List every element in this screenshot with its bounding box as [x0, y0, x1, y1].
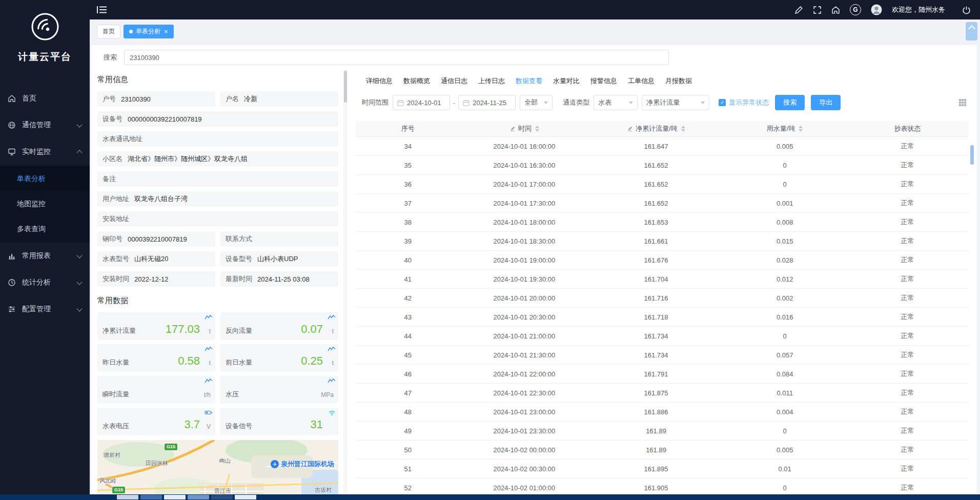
table-cell: 161.676 — [588, 251, 723, 270]
taskbar-window[interactable] — [188, 495, 209, 499]
avatar[interactable] — [871, 4, 882, 15]
table-row[interactable]: 432024-10-01 20:30:00161.7180.016正常 — [356, 308, 969, 327]
abnormal-status-checkbox[interactable]: ✓ 显示异常状态 — [719, 98, 769, 107]
search-input[interactable] — [124, 50, 669, 65]
table-row[interactable]: 492024-10-01 23:30:00161.890正常 — [356, 422, 969, 441]
sidebar-item-multi-meter-query[interactable]: 多表查询 — [0, 216, 90, 242]
scroll-top-button[interactable] — [966, 22, 977, 41]
map-label: 晋江市 — [214, 487, 231, 494]
sidebar-item-comm-mgmt[interactable]: 通信管理 — [0, 112, 90, 138]
table-row[interactable]: 362024-10-01 17:00:00161.6520正常 — [356, 175, 969, 194]
sparkline-icon — [328, 314, 336, 320]
table-cell: 正常 — [846, 251, 969, 270]
tab-home[interactable]: 首页 — [97, 25, 120, 38]
taskbar-window[interactable] — [211, 495, 233, 499]
home-icon[interactable] — [831, 6, 840, 14]
sort-asc-icon[interactable] — [535, 126, 539, 128]
edit-icon[interactable] — [627, 126, 633, 132]
column-header[interactable]: 用水量/吨 — [724, 121, 846, 137]
table-row[interactable]: 422024-10-01 20:00:00161.7160.002正常 — [356, 289, 969, 308]
start-date-input[interactable]: 2024-10-01 — [393, 95, 450, 110]
granularity-select[interactable]: 全部 — [520, 95, 553, 110]
table-row[interactable]: 482024-10-01 23:00:00161.8860.004正常 — [356, 403, 969, 422]
column-header[interactable]: 时间 — [460, 121, 588, 137]
os-taskbar[interactable] — [0, 494, 980, 500]
sort-desc-icon[interactable] — [535, 129, 539, 132]
close-icon[interactable]: × — [164, 28, 168, 35]
table-row[interactable]: 472024-10-01 22:30:00161.8750.011正常 — [356, 384, 969, 403]
table-cell: 40 — [356, 251, 460, 270]
table-row[interactable]: 502024-10-02 00:00:00161.890.005正常 — [356, 441, 969, 459]
tab-workorder-info[interactable]: 工单信息 — [628, 76, 655, 86]
sidebar-item-common-reports[interactable]: 常用报表 — [0, 243, 90, 269]
location-map[interactable]: ✈ 泉州晋江国际机场 G15G15塘新村田园张林峋山风北岭晋江市后林吉坂村 — [97, 440, 338, 494]
column-settings-icon[interactable] — [958, 98, 967, 107]
tab-detail-info[interactable]: 详细信息 — [366, 76, 393, 86]
table-scrollbar-thumb[interactable] — [970, 145, 974, 165]
taskbar-window[interactable] — [117, 495, 138, 499]
tab-single-meter-analysis[interactable]: 单表分析× — [124, 25, 174, 38]
table-row[interactable]: 372024-10-01 17:30:00161.6520.001正常 — [356, 194, 969, 213]
sidebar-item-home[interactable]: 首页 — [0, 85, 90, 112]
sidebar-item-statistic-analysis[interactable]: 统计分析 — [0, 269, 90, 296]
tab-data-overview[interactable]: 数据概览 — [403, 76, 430, 86]
table-row[interactable]: 462024-10-01 22:00:00161.7910.084正常 — [356, 365, 969, 384]
menu-collapse-icon[interactable] — [97, 6, 107, 14]
sort-desc-icon[interactable] — [799, 129, 803, 132]
column-header[interactable]: 序号 — [356, 121, 460, 137]
sort-asc-icon[interactable] — [681, 126, 685, 128]
channel-select[interactable]: 水表 — [594, 95, 638, 110]
table-row[interactable]: 522024-10-02 01:00:00161.9050正常 — [356, 478, 969, 495]
table-row[interactable]: 352024-10-01 16:30:00161.6520正常 — [356, 156, 969, 175]
info-row: 小区名湖北省》随州市》随州城区》双龙寺八组 — [97, 151, 338, 167]
sort-icon[interactable] — [799, 126, 803, 132]
column-header[interactable]: 净累计流量/吨 — [588, 121, 723, 137]
table-row[interactable]: 402024-10-01 19:00:00161.6760.028正常 — [356, 251, 969, 270]
table-row[interactable]: 412024-10-01 19:30:00161.7040.012正常 — [356, 270, 969, 289]
metric-select[interactable]: 净累计流量 — [642, 95, 709, 110]
tab-data-view[interactable]: 数据查看 — [516, 76, 542, 86]
taskbar-window[interactable] — [164, 495, 186, 499]
table-row[interactable]: 342024-10-01 16:00:00161.6470.005正常 — [356, 137, 969, 156]
table-row[interactable]: 442024-10-01 21:00:00161.7340正常 — [356, 327, 969, 346]
scrollbar-thumb[interactable] — [344, 71, 347, 103]
tab-water-compare[interactable]: 水量对比 — [553, 76, 580, 86]
sort-asc-icon[interactable] — [799, 126, 803, 128]
tag-bar: 首页单表分析× — [90, 19, 980, 44]
stat-label: 水压 — [226, 390, 239, 399]
tab-comm-log[interactable]: 通信日志 — [441, 76, 467, 86]
info-field: 最新时间2024-11-25 03:08 — [220, 271, 338, 287]
panel-scrollbar[interactable] — [343, 70, 348, 494]
search-button[interactable]: 搜索 — [775, 95, 805, 110]
table-cell: 2024-10-01 20:00:00 — [460, 289, 588, 308]
table-row[interactable]: 392024-10-01 18:30:00161.6610.015正常 — [356, 232, 969, 251]
stat-card: 设备信号31 — [220, 408, 338, 435]
tab-upload-log[interactable]: 上传日志 — [478, 76, 505, 86]
edit-pen-icon[interactable] — [794, 6, 803, 14]
sidebar-item-realtime-monitor[interactable]: 实时监控 — [0, 138, 90, 165]
table-row[interactable]: 512024-10-02 00:30:00161.8950.01正常 — [356, 459, 969, 478]
config-icon — [8, 305, 17, 313]
g-logo-icon[interactable]: G — [850, 4, 861, 15]
table-row[interactable]: 382024-10-01 18:00:00161.6530.008正常 — [356, 213, 969, 232]
power-icon[interactable] — [962, 6, 971, 14]
stat-unit: t — [332, 359, 334, 367]
export-button[interactable]: 导出 — [811, 95, 841, 110]
fullscreen-icon[interactable] — [813, 6, 822, 14]
sort-icon[interactable] — [681, 126, 685, 132]
channel-label: 通道类型 — [563, 98, 589, 107]
end-date-input[interactable]: 2024-11-25 — [458, 95, 516, 110]
tab-monthly-report[interactable]: 月报数据 — [665, 76, 692, 86]
sidebar-item-config-mgmt[interactable]: 配置管理 — [0, 296, 90, 323]
taskbar-window[interactable] — [140, 495, 162, 499]
sidebar-item-map-monitor[interactable]: 地图监控 — [0, 191, 90, 216]
sidebar-item-single-meter-analysis[interactable]: 单表分析 — [0, 166, 90, 191]
table-row[interactable]: 452024-10-01 21:30:00161.7340.057正常 — [356, 346, 969, 365]
airport-marker[interactable]: ✈ 泉州晋江国际机场 — [271, 459, 334, 469]
column-header[interactable]: 抄表状态 — [846, 121, 969, 137]
sort-icon[interactable] — [535, 126, 539, 132]
taskbar-window[interactable] — [235, 495, 256, 499]
edit-icon[interactable] — [509, 126, 516, 132]
tab-alarm-info[interactable]: 报警信息 — [590, 76, 617, 86]
sort-desc-icon[interactable] — [681, 129, 685, 132]
